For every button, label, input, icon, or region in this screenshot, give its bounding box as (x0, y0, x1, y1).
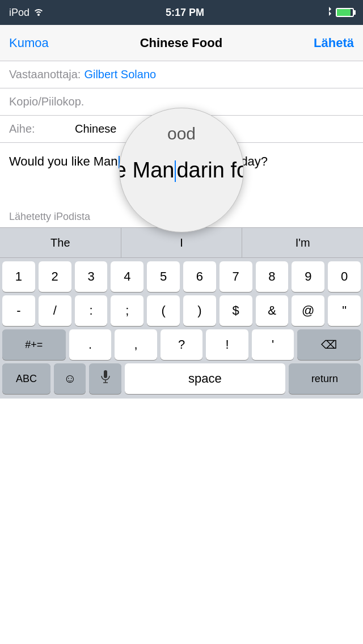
key-6[interactable]: 6 (183, 261, 216, 292)
key-openparen[interactable]: ( (147, 295, 180, 326)
cc-label: Kopio/Piilokop. (9, 95, 84, 108)
key-3[interactable]: 3 (75, 261, 108, 292)
status-bar: iPod 5:17 PM (0, 0, 363, 25)
autocomplete-im[interactable]: I'm (242, 228, 363, 257)
status-right (326, 6, 354, 19)
delete-icon: ⌫ (321, 338, 337, 351)
key-9[interactable]: 9 (292, 261, 324, 292)
status-left: iPod (9, 7, 44, 19)
key-dollar[interactable]: $ (220, 295, 252, 326)
key-5[interactable]: 5 (147, 261, 180, 292)
to-field-row[interactable]: Vastaanottaja: Gilbert Solano (0, 61, 363, 88)
bottom-row: ABC ☺ space return (0, 360, 363, 399)
key-hashplus[interactable]: #+= (2, 329, 66, 360)
symbol-row: - / : ; ( ) $ & @ " (0, 292, 363, 326)
key-slash[interactable]: / (39, 295, 71, 326)
key-ampersand[interactable]: & (256, 295, 289, 326)
body-text: Would you like Man (9, 154, 118, 168)
subject-value: Chinese (75, 122, 116, 135)
key-exclaim[interactable]: ! (206, 329, 248, 360)
bluetooth-icon (326, 6, 332, 19)
key-0[interactable]: 0 (328, 261, 361, 292)
subject-label: Aihe: (9, 122, 71, 135)
key-period[interactable]: . (69, 329, 112, 360)
key-comma[interactable]: , (115, 329, 157, 360)
loupe-circle: ood e Mandarin fo (119, 108, 244, 232)
status-time: 5:17 PM (166, 7, 204, 19)
key-apostrophe[interactable]: ' (252, 329, 294, 360)
battery-icon (336, 8, 354, 17)
key-question[interactable]: ? (161, 329, 203, 360)
number-row: 1 2 3 4 5 6 7 8 9 0 (0, 258, 363, 292)
compose-title: Chinese Food (140, 36, 222, 50)
key-7[interactable]: 7 (220, 261, 252, 292)
loupe-text-after: darin fo (176, 158, 244, 182)
autocomplete-the[interactable]: The (0, 228, 121, 257)
key-colon[interactable]: : (75, 295, 108, 326)
key-2[interactable]: 2 (39, 261, 71, 292)
key-mic[interactable] (89, 363, 121, 394)
battery-fill (337, 9, 351, 16)
key-abc[interactable]: ABC (2, 363, 50, 394)
key-dash[interactable]: - (2, 295, 35, 326)
key-delete[interactable]: ⌫ (297, 329, 361, 360)
loupe-main-text: e Mandarin fo (119, 158, 244, 183)
send-button[interactable]: Lähetä (314, 36, 354, 50)
key-semicolon[interactable]: ; (111, 295, 143, 326)
key-at[interactable]: @ (292, 295, 324, 326)
wifi-icon (33, 7, 44, 19)
nav-bar: Kumoa Chinese Food Lähetä (0, 25, 363, 61)
key-emoji[interactable]: ☺ (54, 363, 86, 394)
to-label: Vastaanottaja: (9, 68, 81, 81)
loupe-top-text: ood (167, 124, 196, 143)
device-label: iPod (9, 7, 29, 19)
loupe-text-before: e Man (119, 158, 174, 182)
middle-symbol-row: #+= . , ? ! ' ⌫ (0, 326, 363, 360)
key-1[interactable]: 1 (2, 261, 35, 292)
svg-rect-0 (104, 370, 107, 378)
key-return[interactable]: return (289, 363, 361, 394)
cancel-button[interactable]: Kumoa (9, 36, 49, 50)
to-value: Gilbert Solano (84, 68, 156, 81)
magnifier-loupe: ood e Mandarin fo (119, 108, 244, 232)
emoji-icon: ☺ (64, 371, 76, 386)
key-8[interactable]: 8 (256, 261, 289, 292)
keyboard: 1 2 3 4 5 6 7 8 9 0 - / : ; ( ) $ & @ " … (0, 258, 363, 399)
mic-icon (100, 370, 111, 387)
key-4[interactable]: 4 (111, 261, 143, 292)
key-space[interactable]: space (125, 363, 285, 394)
key-quote[interactable]: " (328, 295, 361, 326)
key-closeparen[interactable]: ) (183, 295, 216, 326)
